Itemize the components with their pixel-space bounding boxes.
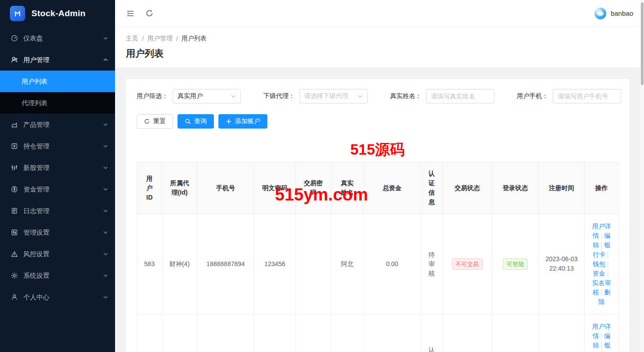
op-funds-link[interactable]: 资金 bbox=[593, 270, 605, 277]
user-management-icon bbox=[11, 56, 18, 63]
cell-operations: 用户详情|编辑|银行卡|钱包|资金|实名审核|删除 bbox=[585, 314, 619, 352]
sidebar-item-funds-management[interactable]: 资金管理 bbox=[0, 178, 115, 200]
chevron-down-icon bbox=[103, 274, 108, 277]
col-user-id: 用户ID bbox=[137, 162, 162, 214]
sidebar-item-label: 系统设置 bbox=[23, 272, 103, 280]
collapse-sidebar-button[interactable] bbox=[126, 9, 135, 18]
cell-auth-info: 认证通过 bbox=[421, 314, 443, 352]
content-area: 用户筛选： 真实用户 下级代理： 请选择下级代理 bbox=[115, 67, 644, 352]
breadcrumb-separator: / bbox=[176, 35, 178, 42]
col-password: 明文密码 bbox=[254, 162, 296, 214]
cell-phone bbox=[197, 314, 254, 352]
search-button[interactable]: 查询 bbox=[178, 114, 214, 129]
sidebar: Stock-Admin 仪表盘 用户管理 bbox=[0, 0, 115, 352]
sidebar-item-label: 持仓管理 bbox=[23, 142, 103, 151]
stock-admin-logo-icon bbox=[10, 6, 25, 21]
sidebar-item-agent-list[interactable]: 代理列表 bbox=[0, 92, 115, 114]
breadcrumb-current: 用户列表 bbox=[182, 35, 207, 43]
scrollbar-thumb[interactable] bbox=[641, 2, 644, 85]
cell-login-status: 可登陆 bbox=[492, 214, 539, 314]
breadcrumb: 主页 / 用户管理 / 用户列表 bbox=[126, 35, 633, 43]
watermark-515-source: 515源码 bbox=[137, 129, 618, 162]
refresh-icon[interactable] bbox=[145, 9, 154, 18]
sidebar-item-profile-center[interactable]: 个人中心 bbox=[0, 286, 115, 308]
real-name-label: 真实姓名： bbox=[390, 92, 422, 100]
chevron-down-icon bbox=[103, 166, 108, 169]
col-trade-status: 交易状态 bbox=[443, 162, 492, 214]
col-real-name: 真实姓名 bbox=[331, 162, 364, 214]
sidebar-item-logs-management[interactable]: 日志管理 bbox=[0, 200, 115, 222]
link-separator: | bbox=[601, 332, 603, 339]
user-phone-label: 用户手机： bbox=[517, 92, 548, 100]
user-list-card: 用户筛选： 真实用户 下级代理： 请选择下级代理 bbox=[126, 79, 629, 352]
cell-password: 123456 bbox=[254, 214, 296, 314]
breadcrumb-home[interactable]: 主页 bbox=[126, 35, 138, 43]
add-account-button[interactable]: 添加账户 bbox=[218, 114, 267, 129]
chevron-down-icon bbox=[103, 123, 108, 126]
new-stock-icon bbox=[11, 164, 18, 171]
settings-gear-icon bbox=[11, 272, 18, 279]
col-agent: 所属代理(Id) bbox=[162, 162, 197, 214]
link-separator: | bbox=[607, 260, 609, 267]
app-logo[interactable]: Stock-Admin bbox=[0, 0, 115, 27]
sidebar-item-label: 用户列表 bbox=[22, 77, 48, 86]
cell-trade-status: 不可交易 bbox=[443, 214, 492, 314]
user-phone-input[interactable] bbox=[553, 89, 621, 103]
user-filter-select[interactable]: 真实用户 bbox=[173, 89, 241, 103]
sidebar-item-system-settings[interactable]: 系统设置 bbox=[0, 265, 115, 286]
link-separator: | bbox=[601, 342, 603, 349]
reset-icon bbox=[144, 118, 150, 125]
status-badge-no-trade: 不可交易 bbox=[452, 258, 483, 270]
col-total-funds: 总资金 bbox=[364, 162, 421, 214]
user-management-submenu: 用户列表 代理列表 bbox=[0, 71, 115, 114]
table-row: 认证通过 用户详情|编辑|银行卡|钱包|资金|实名审核|删除 bbox=[137, 314, 619, 352]
reset-button[interactable]: 重置 bbox=[137, 114, 173, 129]
sidebar-item-new-stock-management[interactable]: 新股管理 bbox=[0, 157, 115, 178]
main-area: banbao 主页 / 用户管理 / 用户列表 用户列表 用户筛选： bbox=[115, 0, 644, 352]
link-separator: | bbox=[601, 289, 603, 296]
username: banbao bbox=[611, 9, 633, 17]
user-filter-value: 真实用户 bbox=[178, 92, 231, 100]
col-trade-password: 交易密码 bbox=[296, 162, 331, 214]
cell-total-funds bbox=[364, 314, 421, 352]
funds-icon bbox=[11, 186, 18, 193]
sidebar-item-label: 资金管理 bbox=[23, 185, 103, 194]
sub-agent-select[interactable]: 请选择下级代理 bbox=[299, 89, 368, 103]
cell-login-status bbox=[492, 314, 539, 352]
sidebar-item-position-management[interactable]: 持仓管理 bbox=[0, 135, 115, 157]
sidebar-item-dashboard[interactable]: 仪表盘 bbox=[0, 27, 115, 49]
sidebar-item-user-management[interactable]: 用户管理 bbox=[0, 49, 115, 71]
sidebar-item-admin-settings[interactable]: 管理设置 bbox=[0, 222, 115, 243]
col-auth-info: 认证信息 bbox=[421, 162, 443, 214]
user-menu[interactable]: banbao bbox=[595, 8, 633, 19]
sidebar-item-label: 风控设置 bbox=[23, 250, 103, 258]
link-separator: | bbox=[607, 251, 609, 258]
chevron-down-icon bbox=[103, 145, 108, 147]
search-icon bbox=[185, 118, 191, 125]
cell-real-name: 阿北 bbox=[331, 214, 364, 314]
user-table: 用户ID 所属代理(Id) 手机号 明文密码 交易密码 真实姓名 总资金 认证信… bbox=[137, 162, 619, 352]
dashboard-icon bbox=[11, 35, 18, 42]
col-register-time: 注册时间 bbox=[539, 162, 585, 214]
op-wallet-link[interactable]: 钱包 bbox=[593, 260, 605, 267]
user-table-wrap: 515ym.com 用户ID 所属代理(Id) 手机号 bbox=[137, 162, 618, 352]
real-name-input[interactable] bbox=[426, 89, 494, 103]
cell-trade-password bbox=[296, 214, 331, 314]
user-avatar bbox=[595, 8, 606, 19]
product-icon bbox=[11, 121, 18, 128]
cell-agent: 财神(4) bbox=[162, 214, 197, 314]
sidebar-item-product-management[interactable]: 产品管理 bbox=[0, 114, 115, 135]
cell-password bbox=[254, 314, 296, 352]
sidebar-item-label: 用户管理 bbox=[23, 56, 103, 64]
sidebar-item-user-list[interactable]: 用户列表 bbox=[0, 71, 115, 92]
cell-real-name bbox=[331, 314, 364, 352]
breadcrumb-separator: / bbox=[142, 35, 144, 42]
breadcrumb-user-management[interactable]: 用户管理 bbox=[147, 35, 173, 43]
sidebar-item-risk-settings[interactable]: 风控设置 bbox=[0, 243, 115, 265]
table-row: 583 财神(4) 18888887894 123456 阿北 0.00 待审核… bbox=[137, 214, 619, 314]
sidebar-item-label: 产品管理 bbox=[23, 120, 103, 129]
op-delete-link[interactable]: 删除 bbox=[599, 289, 611, 305]
sidebar-item-label: 管理设置 bbox=[23, 228, 103, 237]
action-buttons: 重置 查询 bbox=[137, 114, 618, 129]
link-separator: | bbox=[601, 241, 603, 249]
